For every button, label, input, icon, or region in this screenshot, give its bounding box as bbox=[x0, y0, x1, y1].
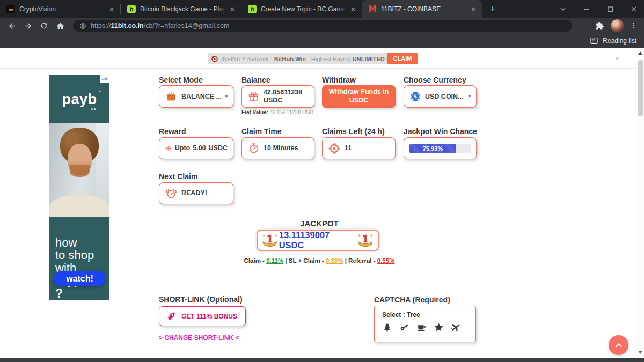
page-scrollbar[interactable] bbox=[636, 48, 644, 358]
reward-label: Reward bbox=[159, 127, 186, 136]
captcha-instruction: Select : Tree bbox=[382, 311, 475, 319]
11bitz-favicon: M bbox=[368, 5, 377, 13]
claim-time-box: 10 Minutes bbox=[241, 137, 314, 159]
tab-close-icon[interactable]: ✕ bbox=[107, 5, 116, 13]
captcha-options bbox=[382, 322, 475, 333]
new-tab-button[interactable]: + bbox=[485, 2, 500, 17]
dartboard-icon bbox=[211, 55, 218, 63]
balance-box: 42.05611238 USDC bbox=[241, 85, 314, 108]
address-bar[interactable]: https://11bit.co.in/cb/?r=nfaries14@gmai… bbox=[73, 20, 572, 32]
currency-dropdown[interactable]: $ USD COIN... bbox=[404, 85, 477, 108]
scrollbar-up-arrow[interactable] bbox=[638, 51, 642, 55]
scrollbar-down-arrow[interactable] bbox=[638, 351, 642, 354]
tab-close-icon[interactable]: ✕ bbox=[469, 5, 478, 13]
tab-close-icon[interactable]: ✕ bbox=[228, 5, 237, 13]
select-mode-dropdown[interactable]: BALANCE ... bbox=[159, 85, 233, 108]
captcha-label: CAPTCHA (Required) bbox=[374, 295, 450, 304]
reload-button[interactable] bbox=[38, 19, 50, 32]
change-shortlink-link[interactable]: > CHANGE SHORT-LINK < bbox=[159, 334, 239, 342]
usdc-coin-icon: $ bbox=[409, 91, 421, 102]
restore-window-icon[interactable] bbox=[606, 5, 614, 13]
target-icon bbox=[328, 142, 341, 155]
tab-create-new-topic[interactable]: b Create New Topic - BC.Game Forum ✕ bbox=[241, 0, 362, 18]
rocket-icon bbox=[164, 308, 180, 324]
jackpot-rates: Claim - 0.11% | SL + Claim - 0.33% | Ref… bbox=[225, 257, 413, 264]
promo-banner: INFINITY Network - BitHub.Win - Highest … bbox=[208, 53, 410, 64]
svg-text:1: 1 bbox=[266, 233, 273, 245]
ad-text: how to shop with crypto ? bbox=[49, 217, 109, 300]
banner-claim-button[interactable]: CLAIM bbox=[387, 53, 418, 64]
captcha-key-icon[interactable] bbox=[399, 322, 409, 333]
gift-icon bbox=[247, 90, 260, 103]
wallet-icon bbox=[165, 90, 178, 103]
separator bbox=[582, 36, 582, 45]
tab-11bitz-active[interactable]: M 11BITZ - COINBASE ✕ bbox=[362, 0, 482, 18]
tab-title: 11BITZ - COINBASE bbox=[381, 5, 465, 13]
forward-button[interactable] bbox=[21, 19, 34, 32]
home-button[interactable] bbox=[54, 19, 67, 32]
sidebar-ad[interactable]: ad payb™ how to shop with crypto ? bbox=[49, 75, 109, 300]
captcha-cup-icon[interactable] bbox=[416, 322, 427, 333]
browser-tab-strip: CryptoVision ✕ b Bitcoin Blackjack Game … bbox=[0, 0, 644, 18]
chevron-down-icon bbox=[467, 95, 472, 98]
scrollbar-thumb[interactable] bbox=[638, 60, 643, 116]
watch-button[interactable]: watch! bbox=[54, 271, 106, 286]
tab-close-icon[interactable]: ✕ bbox=[349, 5, 357, 13]
win-chance-fill: 75.93% bbox=[409, 144, 456, 153]
site-globe-icon bbox=[79, 23, 86, 29]
window-bottom-edge bbox=[0, 358, 644, 362]
first-place-medal-icon: 1 bbox=[356, 232, 375, 249]
jackpot-box: 1 13.11139007 USDC 1 bbox=[257, 230, 379, 251]
balance-label: Balance bbox=[241, 76, 270, 84]
bcgame-favicon: b bbox=[248, 5, 257, 13]
url-text: https://11bit.co.in/cb/?r=nfaries14@gmai… bbox=[91, 22, 229, 29]
profile-avatar[interactable] bbox=[611, 19, 624, 32]
captcha-star-icon[interactable] bbox=[434, 322, 444, 333]
select-mode-label: Selcet Mode bbox=[159, 76, 203, 84]
page-content: ad payb™ how to shop with crypto ? bbox=[0, 69, 644, 358]
promo-text: INFINITY Network - BitHub.Win - Highest … bbox=[221, 56, 406, 62]
fiat-value: Fiat Value: 42.05611238 USD bbox=[241, 109, 313, 115]
tab-search-chevron-icon[interactable] bbox=[559, 5, 567, 13]
captcha-box: Select : Tree bbox=[374, 306, 476, 342]
bcgame-favicon: b bbox=[127, 5, 136, 13]
scroll-to-top-button[interactable] bbox=[609, 335, 628, 355]
window-controls bbox=[559, 0, 638, 18]
minimize-icon[interactable] bbox=[583, 5, 590, 13]
toolbar-right bbox=[595, 19, 639, 32]
close-window-icon[interactable] bbox=[630, 5, 638, 13]
captcha-plane-icon[interactable] bbox=[451, 322, 461, 333]
ad-photo bbox=[49, 123, 109, 217]
reading-list-button[interactable]: Reading list bbox=[603, 37, 636, 45]
jackpot-amount: 13.11139007 USDC bbox=[279, 230, 357, 250]
withdraw-button[interactable]: Withdraw Funds in USDC bbox=[322, 85, 396, 108]
tab-title: Create New Topic - BC.Game Forum bbox=[261, 5, 345, 13]
captcha-tree-icon[interactable] bbox=[382, 322, 392, 333]
win-chance-box: 75.93% bbox=[404, 137, 477, 159]
web-page: INFINITY Network - BitHub.Win - Highest … bbox=[0, 48, 644, 358]
tab-cryptovision[interactable]: CryptoVision ✕ bbox=[0, 0, 120, 18]
chevron-down-icon bbox=[224, 95, 229, 98]
tab-title: Bitcoin Blackjack Game - Play BTC bbox=[140, 5, 224, 13]
withdraw-label: Withdraw bbox=[322, 76, 356, 84]
choose-currency-label: Choose Currency bbox=[404, 76, 466, 84]
tab-title: CryptoVision bbox=[19, 5, 103, 13]
tab-bitcoin-blackjack[interactable]: b Bitcoin Blackjack Game - Play BTC ✕ bbox=[121, 0, 241, 18]
banner-close-icon[interactable]: × bbox=[615, 54, 620, 63]
first-place-medal-icon: 1 bbox=[261, 232, 279, 249]
shortlink-bonus-button[interactable]: GET 111% BONUS bbox=[159, 306, 246, 326]
shortlink-label: SHORT-LINK (Optional) bbox=[159, 295, 243, 304]
reading-list-icon bbox=[590, 36, 598, 45]
next-claim-box: READY! bbox=[159, 182, 233, 204]
ad-badge[interactable]: ad bbox=[100, 75, 109, 83]
jackpot-title: JACKPOT bbox=[241, 219, 397, 228]
cryptovision-favicon bbox=[6, 5, 15, 13]
claims-left-box: 11 bbox=[322, 137, 396, 159]
claim-time-label: Claim Time bbox=[241, 127, 281, 136]
extensions-puzzle-icon[interactable] bbox=[595, 21, 604, 31]
browser-menu-icon[interactable] bbox=[630, 21, 638, 30]
svg-text:1: 1 bbox=[362, 233, 369, 245]
payb-logo: payb™ bbox=[62, 91, 97, 108]
reward-box: Upto 5.00 USDC bbox=[159, 137, 233, 159]
back-button[interactable] bbox=[5, 19, 18, 32]
